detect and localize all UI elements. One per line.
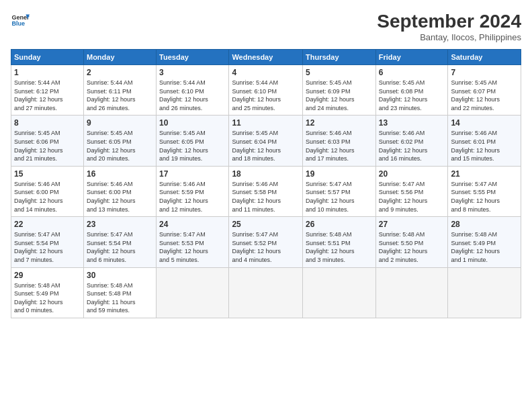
day-info: Sunrise: 5:46 AM Sunset: 5:59 PM Dayligh… bbox=[159, 180, 226, 214]
day-info: Sunrise: 5:48 AM Sunset: 5:50 PM Dayligh… bbox=[379, 230, 445, 264]
page: General Blue September 2024 Bantay, Iloc… bbox=[0, 0, 532, 411]
calendar-cell: 7Sunrise: 5:45 AM Sunset: 6:07 PM Daylig… bbox=[448, 65, 521, 116]
day-info: Sunrise: 5:48 AM Sunset: 5:48 PM Dayligh… bbox=[87, 281, 153, 315]
day-number: 10 bbox=[159, 118, 226, 128]
day-number: 26 bbox=[306, 220, 373, 229]
day-info: Sunrise: 5:46 AM Sunset: 6:00 PM Dayligh… bbox=[87, 180, 153, 214]
day-number: 23 bbox=[87, 220, 153, 229]
calendar-cell: 11Sunrise: 5:45 AM Sunset: 6:04 PM Dayli… bbox=[229, 116, 303, 166]
day-info: Sunrise: 5:48 AM Sunset: 5:49 PM Dayligh… bbox=[451, 230, 518, 264]
col-header-saturday: Saturday bbox=[448, 50, 521, 65]
day-number: 20 bbox=[379, 169, 445, 179]
calendar-cell bbox=[375, 267, 448, 318]
col-header-wednesday: Wednesday bbox=[229, 50, 303, 65]
calendar-cell bbox=[157, 267, 229, 318]
calendar-cell: 17Sunrise: 5:46 AM Sunset: 5:59 PM Dayli… bbox=[157, 166, 229, 216]
calendar-cell: 16Sunrise: 5:46 AM Sunset: 6:00 PM Dayli… bbox=[83, 166, 156, 216]
day-info: Sunrise: 5:47 AM Sunset: 5:56 PM Dayligh… bbox=[379, 180, 445, 214]
day-number: 6 bbox=[379, 68, 445, 77]
calendar-cell: 21Sunrise: 5:47 AM Sunset: 5:55 PM Dayli… bbox=[448, 166, 521, 216]
day-number: 8 bbox=[14, 118, 81, 128]
day-info: Sunrise: 5:45 AM Sunset: 6:07 PM Dayligh… bbox=[451, 79, 518, 112]
col-header-sunday: Sunday bbox=[11, 50, 84, 65]
day-number: 13 bbox=[379, 118, 445, 128]
day-number: 2 bbox=[87, 68, 153, 77]
day-info: Sunrise: 5:45 AM Sunset: 6:04 PM Dayligh… bbox=[232, 129, 300, 163]
calendar-cell: 5Sunrise: 5:45 AM Sunset: 6:09 PM Daylig… bbox=[303, 65, 376, 116]
calendar-cell bbox=[303, 267, 376, 318]
calendar-cell: 14Sunrise: 5:46 AM Sunset: 6:01 PM Dayli… bbox=[448, 116, 521, 166]
calendar-cell: 25Sunrise: 5:47 AM Sunset: 5:52 PM Dayli… bbox=[229, 217, 303, 267]
day-info: Sunrise: 5:46 AM Sunset: 6:00 PM Dayligh… bbox=[14, 180, 81, 214]
day-info: Sunrise: 5:45 AM Sunset: 6:06 PM Dayligh… bbox=[14, 129, 81, 163]
calendar-cell: 10Sunrise: 5:45 AM Sunset: 6:05 PM Dayli… bbox=[157, 116, 229, 166]
svg-text:Blue: Blue bbox=[11, 20, 25, 27]
day-number: 17 bbox=[159, 169, 226, 179]
calendar-cell: 28Sunrise: 5:48 AM Sunset: 5:49 PM Dayli… bbox=[448, 217, 521, 267]
col-header-friday: Friday bbox=[375, 50, 448, 65]
calendar-cell: 12Sunrise: 5:46 AM Sunset: 6:03 PM Dayli… bbox=[303, 116, 376, 166]
day-info: Sunrise: 5:46 AM Sunset: 5:58 PM Dayligh… bbox=[232, 180, 300, 214]
location: Bantay, Ilocos, Philippines bbox=[377, 32, 521, 42]
day-number: 30 bbox=[87, 271, 153, 280]
header: General Blue September 2024 Bantay, Iloc… bbox=[11, 11, 521, 42]
day-info: Sunrise: 5:47 AM Sunset: 5:54 PM Dayligh… bbox=[14, 230, 81, 264]
calendar-cell: 2Sunrise: 5:44 AM Sunset: 6:11 PM Daylig… bbox=[83, 65, 156, 116]
calendar-cell: 6Sunrise: 5:45 AM Sunset: 6:08 PM Daylig… bbox=[375, 65, 448, 116]
day-number: 9 bbox=[87, 118, 153, 128]
calendar-cell: 4Sunrise: 5:44 AM Sunset: 6:10 PM Daylig… bbox=[229, 65, 303, 116]
day-number: 15 bbox=[14, 169, 81, 179]
day-info: Sunrise: 5:46 AM Sunset: 6:02 PM Dayligh… bbox=[379, 129, 445, 163]
calendar-cell: 13Sunrise: 5:46 AM Sunset: 6:02 PM Dayli… bbox=[375, 116, 448, 166]
day-info: Sunrise: 5:45 AM Sunset: 6:05 PM Dayligh… bbox=[159, 129, 226, 163]
day-info: Sunrise: 5:45 AM Sunset: 6:05 PM Dayligh… bbox=[87, 129, 153, 163]
day-number: 4 bbox=[232, 68, 300, 77]
day-info: Sunrise: 5:47 AM Sunset: 5:52 PM Dayligh… bbox=[232, 230, 300, 264]
day-number: 29 bbox=[14, 271, 81, 280]
day-number: 7 bbox=[451, 68, 518, 77]
day-number: 1 bbox=[14, 68, 81, 77]
day-number: 11 bbox=[232, 118, 300, 128]
calendar-cell: 30Sunrise: 5:48 AM Sunset: 5:48 PM Dayli… bbox=[83, 267, 156, 318]
col-header-thursday: Thursday bbox=[303, 50, 376, 65]
day-info: Sunrise: 5:47 AM Sunset: 5:55 PM Dayligh… bbox=[451, 180, 518, 214]
day-info: Sunrise: 5:48 AM Sunset: 5:49 PM Dayligh… bbox=[14, 281, 81, 315]
day-number: 28 bbox=[451, 220, 518, 229]
month-title: September 2024 bbox=[377, 11, 521, 32]
day-number: 14 bbox=[451, 118, 518, 128]
day-info: Sunrise: 5:46 AM Sunset: 6:03 PM Dayligh… bbox=[306, 129, 373, 163]
calendar-table: SundayMondayTuesdayWednesdayThursdayFrid… bbox=[11, 49, 521, 318]
day-number: 3 bbox=[159, 68, 226, 77]
calendar-cell: 19Sunrise: 5:47 AM Sunset: 5:57 PM Dayli… bbox=[303, 166, 376, 216]
calendar-cell: 18Sunrise: 5:46 AM Sunset: 5:58 PM Dayli… bbox=[229, 166, 303, 216]
day-number: 24 bbox=[159, 220, 226, 229]
title-block: September 2024 Bantay, Ilocos, Philippin… bbox=[377, 11, 521, 42]
col-header-monday: Monday bbox=[83, 50, 156, 65]
calendar-cell: 8Sunrise: 5:45 AM Sunset: 6:06 PM Daylig… bbox=[11, 116, 84, 166]
day-number: 22 bbox=[14, 220, 81, 229]
day-info: Sunrise: 5:46 AM Sunset: 6:01 PM Dayligh… bbox=[451, 129, 518, 163]
calendar-cell bbox=[229, 267, 303, 318]
day-info: Sunrise: 5:44 AM Sunset: 6:10 PM Dayligh… bbox=[159, 79, 226, 112]
day-info: Sunrise: 5:44 AM Sunset: 6:10 PM Dayligh… bbox=[232, 79, 300, 112]
day-info: Sunrise: 5:47 AM Sunset: 5:54 PM Dayligh… bbox=[87, 230, 153, 264]
calendar-cell: 15Sunrise: 5:46 AM Sunset: 6:00 PM Dayli… bbox=[11, 166, 84, 216]
calendar-cell: 20Sunrise: 5:47 AM Sunset: 5:56 PM Dayli… bbox=[375, 166, 448, 216]
calendar-cell: 26Sunrise: 5:48 AM Sunset: 5:51 PM Dayli… bbox=[303, 217, 376, 267]
day-number: 16 bbox=[87, 169, 153, 179]
calendar-cell: 29Sunrise: 5:48 AM Sunset: 5:49 PM Dayli… bbox=[11, 267, 84, 318]
day-number: 12 bbox=[306, 118, 373, 128]
calendar-cell: 9Sunrise: 5:45 AM Sunset: 6:05 PM Daylig… bbox=[83, 116, 156, 166]
calendar-cell: 3Sunrise: 5:44 AM Sunset: 6:10 PM Daylig… bbox=[157, 65, 229, 116]
day-number: 21 bbox=[451, 169, 518, 179]
day-number: 5 bbox=[306, 68, 373, 77]
day-info: Sunrise: 5:48 AM Sunset: 5:51 PM Dayligh… bbox=[306, 230, 373, 264]
day-info: Sunrise: 5:45 AM Sunset: 6:09 PM Dayligh… bbox=[306, 79, 373, 112]
day-info: Sunrise: 5:44 AM Sunset: 6:11 PM Dayligh… bbox=[87, 79, 153, 112]
day-info: Sunrise: 5:44 AM Sunset: 6:12 PM Dayligh… bbox=[14, 79, 81, 112]
day-info: Sunrise: 5:45 AM Sunset: 6:08 PM Dayligh… bbox=[379, 79, 445, 112]
calendar-cell bbox=[448, 267, 521, 318]
calendar-cell: 24Sunrise: 5:47 AM Sunset: 5:53 PM Dayli… bbox=[157, 217, 229, 267]
day-number: 19 bbox=[306, 169, 373, 179]
day-number: 27 bbox=[379, 220, 445, 229]
